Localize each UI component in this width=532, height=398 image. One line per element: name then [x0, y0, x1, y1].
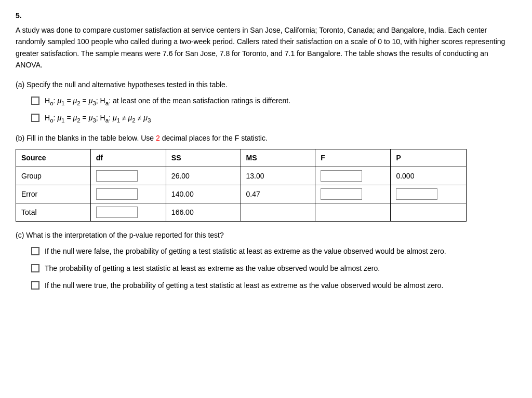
part-c-option2-text: The probability of getting a test statis… [45, 263, 380, 274]
group-df-cell [90, 167, 166, 185]
intro-text: A study was done to compare customer sat… [16, 24, 516, 71]
question-number: 5. [16, 10, 516, 21]
total-df-cell [90, 203, 166, 222]
part-c-options: If the null were false, the probability … [31, 246, 516, 291]
part-b-label: (b) Fill in the blanks in the table belo… [16, 133, 516, 144]
total-f-cell [315, 203, 391, 222]
part-c-option3-checkbox[interactable] [31, 281, 39, 290]
total-df-input[interactable] [96, 207, 138, 218]
error-df-input[interactable] [96, 188, 138, 200]
group-f-cell [315, 167, 391, 185]
error-ss: 140.00 [166, 185, 241, 203]
part-a-option1-text: Ho: μ1 = μ2 = μ3; Ha: at least one of th… [45, 95, 290, 107]
part-c-option1-text: If the null were false, the probability … [45, 246, 446, 257]
table-row-error: Error 140.00 0.47 [16, 185, 467, 203]
group-ms: 13.00 [241, 167, 315, 185]
table-row-group: Group 26.00 13.00 0.000 [16, 167, 467, 185]
col-header-source: Source [16, 149, 91, 167]
part-c-option3-text: If the null were true, the probability o… [45, 280, 443, 291]
part-a-label: (a) Specify the null and alternative hyp… [16, 79, 516, 90]
total-ms-cell [241, 203, 315, 222]
part-c-label: (c) What is the interpretation of the p-… [16, 230, 516, 241]
group-ss: 26.00 [166, 167, 241, 185]
group-p: 0.000 [391, 167, 466, 185]
group-source: Group [16, 167, 91, 185]
col-header-ss: SS [166, 149, 241, 167]
error-ms: 0.47 [241, 185, 315, 203]
anova-table: Source df SS MS F P Group 26.00 13.00 0.… [16, 149, 467, 222]
part-c-option2-checkbox[interactable] [31, 264, 39, 272]
error-f-input[interactable] [321, 188, 362, 200]
part-a-option1-checkbox[interactable] [31, 97, 39, 105]
total-ss: 166.00 [166, 203, 241, 222]
error-p-cell [391, 185, 466, 203]
part-a-option1-row: Ho: μ1 = μ2 = μ3; Ha: at least one of th… [31, 95, 516, 107]
col-header-df: df [90, 149, 166, 167]
col-header-p: P [391, 149, 466, 167]
error-source: Error [16, 185, 91, 203]
group-f-input[interactable] [321, 170, 362, 182]
group-df-input[interactable] [96, 170, 138, 182]
part-a-option2-text: Ho: μ1 = μ2 = μ3; Ha: μ1 ≠ μ2 ≠ μ3 [45, 113, 151, 125]
table-row-total: Total 166.00 [16, 203, 467, 222]
part-a-option2-checkbox[interactable] [31, 114, 39, 122]
error-p-input[interactable] [396, 188, 437, 200]
col-header-ms: MS [241, 149, 315, 167]
part-c-option3-row: If the null were true, the probability o… [31, 280, 516, 291]
total-p-cell [391, 203, 466, 222]
error-f-cell [315, 185, 391, 203]
part-c-option2-row: The probability of getting a test statis… [31, 263, 516, 274]
total-source: Total [16, 203, 91, 222]
error-df-cell [90, 185, 166, 203]
col-header-f: F [315, 149, 391, 167]
part-c-option1-checkbox[interactable] [31, 247, 39, 255]
part-c-option1-row: If the null were false, the probability … [31, 246, 516, 257]
part-a-option2-row: Ho: μ1 = μ2 = μ3; Ha: μ1 ≠ μ2 ≠ μ3 [31, 113, 516, 125]
